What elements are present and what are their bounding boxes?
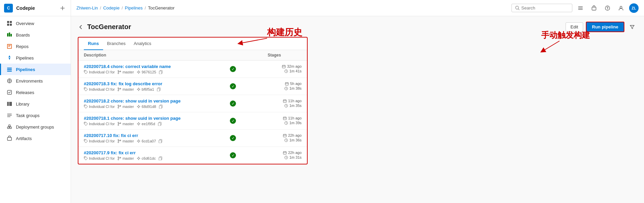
sidebar-item-artifacts[interactable]: Artifacts [0,133,71,144]
run-commit-5: 6cd1a07 [137,139,156,143]
svg-rect-14 [8,102,9,106]
svg-rect-6 [10,34,12,37]
tab-analytics[interactable]: Analytics [129,38,155,50]
sidebar-item-task-groups[interactable]: Task groups [0,110,71,121]
list-view-button[interactable] [575,3,586,14]
svg-point-63 [118,142,119,143]
run-meta-5: Individual CI for master 6cd1a07 [84,139,212,143]
sidebar-item-releases[interactable]: Releases [0,87,71,98]
run-trigger-3: Individual CI for [84,105,115,109]
run-time-2: 5h ago 1m 38s [254,82,302,91]
sidebar-add-button[interactable] [58,4,67,12]
clock-icon-4 [284,121,288,125]
pipeline-row-5[interactable]: #20200717.10 fix: fix ci err Individual … [78,130,307,147]
commit-icon [137,122,141,126]
run-branch-4: master [117,122,134,126]
sidebar-item-overview[interactable]: Overview [0,18,71,29]
sidebar-project-name: Codepie [16,5,58,11]
tab-branches[interactable]: Branches [103,38,130,50]
svg-point-29 [138,71,140,73]
commit-icon [137,70,141,74]
tag-icon [84,122,88,126]
edit-button[interactable]: Edit [566,22,583,31]
run-title-2[interactable]: #20200718.3 fix: fix log describe error [84,81,212,86]
tab-runs[interactable]: Runs [84,38,103,50]
sidebar-item-environments[interactable]: Environments [0,75,71,87]
run-description-3: #20200718.2 chore: show uuid in version … [84,98,212,109]
stage-success-1: ✓ [230,66,236,72]
run-commit-6: c6d61dc [137,156,156,160]
svg-rect-49 [159,106,162,109]
branch-icon [117,70,121,74]
search-box[interactable] [511,4,572,12]
run-time-4: 11h ago 1m 39s [254,116,302,126]
clock-icon-6 [284,156,288,159]
copy-icon-2[interactable] [157,87,161,91]
copy-icon-3[interactable] [159,105,163,109]
board-icon [6,32,13,38]
search-input[interactable] [521,5,578,10]
sidebar-logo: C [4,4,13,13]
breadcrumb-pipelines[interactable]: Pipelines [125,5,143,10]
sidebar-item-boards[interactable]: Boards [0,29,71,41]
avatar[interactable]: ZL [629,3,639,13]
pipeline-row-4[interactable]: #20200718.1 chore: show uuid in version … [78,112,307,130]
breadcrumb-zhiwen[interactable]: Zhiwen-Lin [76,5,98,10]
back-button[interactable] [78,24,84,30]
bag-button[interactable] [589,3,599,14]
svg-point-71 [118,157,119,158]
run-meta-3: Individual CI for master 68d91d8 [84,105,212,109]
run-title-5[interactable]: #20200717.10 fix: fix ci err [84,133,212,138]
svg-rect-41 [285,83,288,85]
copy-icon-4[interactable] [158,122,162,126]
run-title-1[interactable]: #20200718.4 chore: correct variable name [84,64,212,69]
help-button[interactable] [602,3,613,14]
sidebar-item-environments-label: Environments [16,78,43,84]
copy-icon-6[interactable] [159,156,163,160]
run-trigger-4: Individual CI for [84,122,115,126]
run-pipeline-button[interactable]: Run pipeline [586,22,624,32]
sidebar-item-deployment-groups-label: Deployment groups [16,125,54,130]
stage-success-5: ✓ [230,135,236,141]
run-title-6[interactable]: #20200717.9 fix: fix ci err [84,150,212,155]
env-icon [6,78,13,84]
user-button[interactable] [616,3,626,14]
run-branch-1: master [117,70,134,74]
svg-point-26 [118,70,119,71]
svg-point-43 [85,106,86,106]
run-commit-4: ee1f95d [137,122,155,126]
pipeline-row-3[interactable]: #20200718.2 chore: show uuid in version … [78,95,307,112]
sidebar-item-library[interactable]: Library [0,98,71,110]
pipeline-row-2[interactable]: #20200718.3 fix: fix log describe error … [78,78,307,95]
col-description-header: Description [84,53,247,58]
run-branch-3: master [117,105,134,109]
deploy-icon [6,124,13,130]
run-time-6: 22h ago 1m 31s [254,151,302,160]
runs-list: #20200718.4 chore: correct variable name… [78,61,307,164]
pipeline-row-1[interactable]: #20200718.4 chore: correct variable name… [78,61,307,78]
calendar-icon-4 [283,116,287,120]
search-icon [515,6,520,10]
page-title: TocGenerator [87,23,566,31]
run-time-ago-1: 32m ago [254,64,302,68]
run-duration-2: 1m 38s [254,86,302,90]
run-time-1: 32m ago 1m 41s [254,64,302,74]
run-title-3[interactable]: #20200718.2 chore: show uuid in version … [84,98,212,104]
svg-rect-19 [7,137,11,140]
copy-icon-1[interactable] [159,70,163,74]
sidebar-item-deployment-groups[interactable]: Deployment groups [0,121,71,133]
rocket-icon [6,55,13,61]
run-description-4: #20200718.1 chore: show uuid in version … [84,116,212,126]
copy-icon-5[interactable] [159,139,163,143]
col-stages-header: Stages [247,53,302,58]
sidebar-item-pipelines-group[interactable]: Pipelines [0,52,71,64]
breadcrumb-codepie[interactable]: Codepie [103,5,119,10]
run-title-4[interactable]: #20200718.1 chore: show uuid in version … [84,116,212,121]
sidebar-item-pipelines[interactable]: Pipelines [0,64,71,75]
sidebar-item-repos[interactable]: Repos [0,41,71,52]
pipeline-row-6[interactable]: #20200717.9 fix: fix ci err Individual C… [78,147,307,164]
run-stages-3: ✓ [212,100,254,107]
run-description-2: #20200718.3 fix: fix log describe error … [84,81,212,91]
svg-rect-0 [7,21,9,23]
filter-button[interactable] [627,22,637,32]
